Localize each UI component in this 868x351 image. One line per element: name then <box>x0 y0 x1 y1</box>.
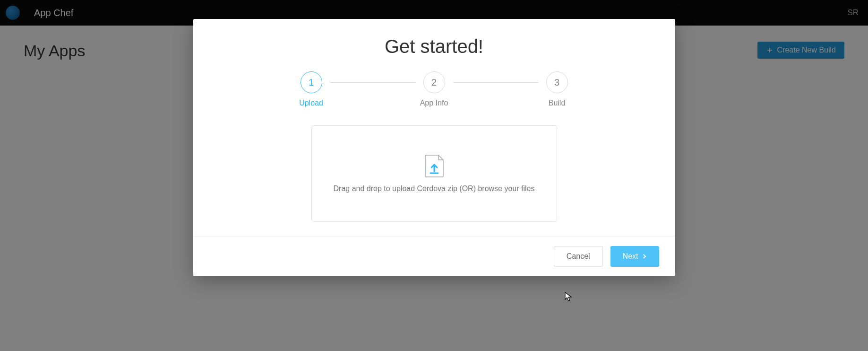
step-connector <box>330 82 415 83</box>
step-build[interactable]: 3 Build <box>538 71 576 107</box>
step-app-info[interactable]: 2 App Info <box>415 71 453 107</box>
step-number: 2 <box>423 71 445 93</box>
chevron-right-icon <box>642 254 647 259</box>
get-started-modal: Get started! 1 Upload 2 App Info 3 Build <box>193 19 675 276</box>
next-button-label: Next <box>623 252 638 261</box>
dropzone-text: Drag and drop to upload Cordova zip (OR)… <box>334 184 535 193</box>
modal-footer: Cancel Next <box>193 236 675 276</box>
file-upload-icon <box>424 154 444 178</box>
modal-title: Get started! <box>212 36 656 57</box>
next-button[interactable]: Next <box>610 246 659 267</box>
cancel-button[interactable]: Cancel <box>554 246 603 267</box>
step-label: Upload <box>299 99 323 107</box>
stepper: 1 Upload 2 App Info 3 Build <box>212 71 656 107</box>
step-number: 3 <box>546 71 568 93</box>
modal-overlay[interactable]: Get started! 1 Upload 2 App Info 3 Build <box>0 0 868 351</box>
upload-dropzone[interactable]: Drag and drop to upload Cordova zip (OR)… <box>311 125 557 222</box>
step-label: Build <box>549 99 566 107</box>
step-number: 1 <box>301 71 322 93</box>
modal-content: Get started! 1 Upload 2 App Info 3 Build <box>193 19 675 236</box>
step-label: App Info <box>420 99 448 107</box>
step-connector <box>453 82 538 83</box>
step-upload[interactable]: 1 Upload <box>292 71 330 107</box>
